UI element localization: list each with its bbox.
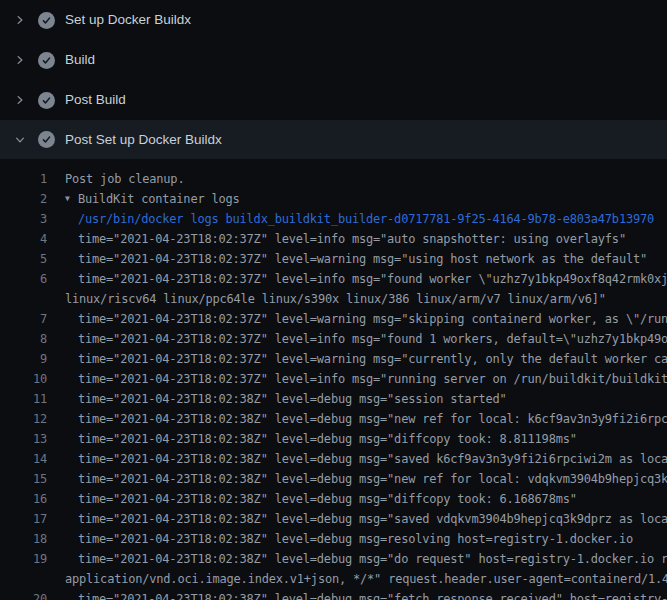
log-line: 8 time="2021-04-23T18:02:37Z" level=info…: [0, 329, 667, 349]
check-circle-icon: [38, 131, 55, 148]
log-line: 1 Post job cleanup.: [0, 169, 667, 189]
group-caret-icon[interactable]: ▼: [65, 189, 78, 209]
log-line: 17 time="2021-04-23T18:02:38Z" level=deb…: [0, 509, 667, 529]
log-line-number[interactable]: 13: [0, 429, 47, 449]
chevron-right-icon: [12, 52, 28, 68]
log-line: application/vnd.oci.image.index.v1+json,…: [0, 569, 667, 589]
log-line-text: time="2021-04-23T18:02:38Z" level=debug …: [78, 389, 507, 409]
log-line: 11 time="2021-04-23T18:02:38Z" level=deb…: [0, 389, 667, 409]
chevron-right-icon: [12, 92, 28, 108]
log-line-number[interactable]: 9: [0, 349, 47, 369]
log-line-text: time="2021-04-23T18:02:38Z" level=debug …: [78, 589, 667, 600]
log-line: linux/riscv64 linux/ppc64le linux/s390x …: [0, 289, 667, 309]
log-line-text: time="2021-04-23T18:02:38Z" level=debug …: [78, 469, 667, 489]
step-header-setup-docker-buildx[interactable]: Set up Docker Buildx: [0, 0, 667, 40]
log-line: 12 time="2021-04-23T18:02:38Z" level=deb…: [0, 409, 667, 429]
log-line-text: linux/riscv64 linux/ppc64le linux/s390x …: [65, 289, 606, 309]
check-circle-icon: [38, 52, 55, 69]
log-line: 7 time="2021-04-23T18:02:37Z" level=warn…: [0, 309, 667, 329]
log-line-text: Post job cleanup.: [65, 169, 184, 189]
log-line-text: time="2021-04-23T18:02:38Z" level=debug …: [78, 489, 577, 509]
chevron-down-icon: [12, 132, 28, 148]
log-line-text: /usr/bin/docker logs buildx_buildkit_bui…: [78, 209, 654, 229]
check-circle-icon: [38, 92, 55, 109]
log-line-number[interactable]: 20: [0, 589, 47, 600]
step-label: Set up Docker Buildx: [65, 13, 191, 27]
log-line-number[interactable]: 2: [0, 189, 47, 209]
step-label: Build: [65, 53, 95, 67]
log-line-text: application/vnd.oci.image.index.v1+json,…: [65, 569, 667, 589]
log-line-number[interactable]: 6: [0, 269, 47, 289]
log-line-number[interactable]: [0, 289, 47, 309]
actions-log-viewer: Set up Docker Buildx Build Post Build Po…: [0, 0, 667, 600]
log-line-number[interactable]: 10: [0, 369, 47, 389]
log-line-text: time="2021-04-23T18:02:38Z" level=debug …: [78, 529, 633, 549]
log-line: 3 /usr/bin/docker logs buildx_buildkit_b…: [0, 209, 667, 229]
log-line-text: BuildKit container logs: [78, 189, 240, 209]
log-line-text: time="2021-04-23T18:02:38Z" level=debug …: [78, 409, 667, 429]
log-line: 20 time="2021-04-23T18:02:38Z" level=deb…: [0, 589, 667, 600]
log-line: 13 time="2021-04-23T18:02:38Z" level=deb…: [0, 429, 667, 449]
log-line-number[interactable]: 7: [0, 309, 47, 329]
log-line-number[interactable]: 12: [0, 409, 47, 429]
log-line-number[interactable]: [0, 569, 47, 589]
log-line-text: time="2021-04-23T18:02:38Z" level=debug …: [78, 449, 667, 469]
step-label: Post Build: [65, 93, 126, 107]
check-circle-icon: [38, 12, 55, 29]
log-line: 5 time="2021-04-23T18:02:37Z" level=warn…: [0, 249, 667, 269]
log-line: 18 time="2021-04-23T18:02:38Z" level=deb…: [0, 529, 667, 549]
step-label: Post Set up Docker Buildx: [65, 133, 222, 147]
log-line-number[interactable]: 1: [0, 169, 47, 189]
log-line-text: time="2021-04-23T18:02:37Z" level=info m…: [78, 329, 667, 349]
log-line: 19 time="2021-04-23T18:02:38Z" level=deb…: [0, 549, 667, 569]
log-line-text: time="2021-04-23T18:02:37Z" level=info m…: [78, 269, 667, 289]
log-lines: 1 Post job cleanup. 2 ▼ BuildKit contain…: [0, 159, 667, 600]
log-line-text: time="2021-04-23T18:02:38Z" level=debug …: [78, 509, 667, 529]
log-line: 6 time="2021-04-23T18:02:37Z" level=info…: [0, 269, 667, 289]
log-line-number[interactable]: 11: [0, 389, 47, 409]
log-line-text: time="2021-04-23T18:02:37Z" level=info m…: [78, 369, 667, 389]
log-line: 15 time="2021-04-23T18:02:38Z" level=deb…: [0, 469, 667, 489]
log-line-text: time="2021-04-23T18:02:38Z" level=debug …: [78, 549, 667, 569]
log-line-number[interactable]: 19: [0, 549, 47, 569]
log-line-number[interactable]: 16: [0, 489, 47, 509]
log-line-number[interactable]: 5: [0, 249, 47, 269]
log-line-number[interactable]: 17: [0, 509, 47, 529]
log-line-number[interactable]: 8: [0, 329, 47, 349]
step-header-build[interactable]: Build: [0, 40, 667, 80]
step-header-post-setup-docker-buildx[interactable]: Post Set up Docker Buildx: [0, 120, 667, 159]
log-line-text: time="2021-04-23T18:02:37Z" level=warnin…: [78, 349, 667, 369]
log-line-number[interactable]: 14: [0, 449, 47, 469]
log-line-number[interactable]: 4: [0, 229, 47, 249]
log-line: 4 time="2021-04-23T18:02:37Z" level=info…: [0, 229, 667, 249]
log-line-text: time="2021-04-23T18:02:38Z" level=debug …: [78, 429, 577, 449]
log-line-text: time="2021-04-23T18:02:37Z" level=info m…: [78, 229, 626, 249]
log-line-number[interactable]: 3: [0, 209, 47, 229]
chevron-right-icon: [12, 12, 28, 28]
log-line-text: time="2021-04-23T18:02:37Z" level=warnin…: [78, 309, 667, 329]
log-line: 14 time="2021-04-23T18:02:38Z" level=deb…: [0, 449, 667, 469]
log-line: 2 ▼ BuildKit container logs: [0, 189, 667, 209]
step-header-post-build[interactable]: Post Build: [0, 80, 667, 120]
log-line: 9 time="2021-04-23T18:02:37Z" level=warn…: [0, 349, 667, 369]
log-line-number[interactable]: 18: [0, 529, 47, 549]
log-line-number[interactable]: 15: [0, 469, 47, 489]
log-line-text: time="2021-04-23T18:02:37Z" level=warnin…: [78, 249, 647, 269]
log-line: 16 time="2021-04-23T18:02:38Z" level=deb…: [0, 489, 667, 509]
log-line: 10 time="2021-04-23T18:02:37Z" level=inf…: [0, 369, 667, 389]
